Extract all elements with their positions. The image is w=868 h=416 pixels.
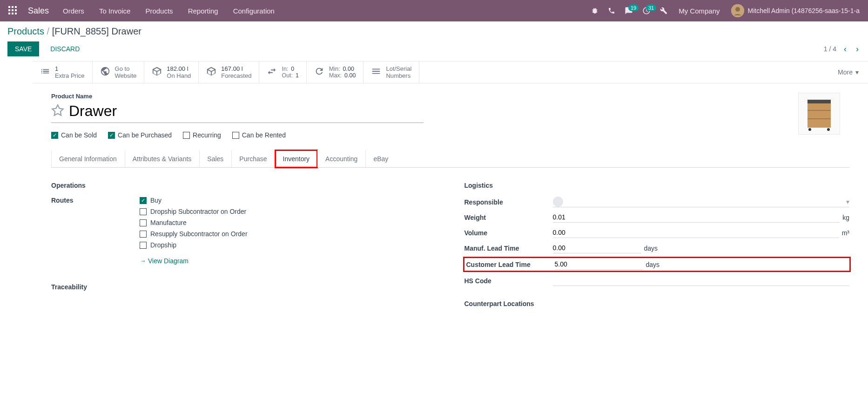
stat-website[interactable]: Go to Website: [93, 61, 145, 83]
can-be-purchased-checkbox[interactable]: ✓: [108, 132, 115, 139]
svg-rect-8: [15, 13, 17, 14]
cust-lead-input[interactable]: [555, 259, 643, 270]
app-name[interactable]: Sales: [21, 6, 55, 16]
user-avatar-icon: [731, 4, 744, 17]
max-label: Max:: [329, 72, 342, 79]
cust-lead-label: Customer Lead Time: [466, 261, 555, 268]
nav-orders[interactable]: Orders: [55, 7, 92, 15]
breadcrumb-root[interactable]: Products: [7, 26, 44, 36]
svg-point-16: [827, 128, 830, 131]
nav-to-invoice[interactable]: To Invoice: [92, 7, 138, 15]
caret-down-icon: ▾: [855, 68, 859, 76]
product-name-input[interactable]: [69, 102, 424, 123]
tab-purchase[interactable]: Purchase: [231, 150, 275, 167]
tab-accounting[interactable]: Accounting: [317, 150, 365, 167]
hs-code-label: HS Code: [464, 277, 553, 285]
dropdown-arrow-icon[interactable]: ▾: [846, 198, 849, 205]
discard-button[interactable]: DISCARD: [43, 41, 87, 56]
route-dropship-label: Dropship: [150, 241, 176, 249]
view-diagram-label: View Diagram: [148, 257, 188, 265]
user-name: Mitchell Admin (14876256-saas-15-1-a: [748, 7, 860, 14]
tabs: General Information Attributes & Variant…: [51, 150, 849, 168]
stat-lot-serial[interactable]: Lot/Serial Numbers: [363, 61, 419, 83]
save-button[interactable]: SAVE: [7, 41, 39, 56]
refresh-icon: [314, 66, 324, 79]
pager-next-icon[interactable]: ›: [854, 44, 861, 54]
route-dropship-sub-label: Dropship Subcontractor on Order: [150, 208, 246, 215]
weight-input[interactable]: [553, 212, 840, 223]
nav-products[interactable]: Products: [138, 7, 180, 15]
user-menu[interactable]: Mitchell Admin (14876256-saas-15-1-a: [727, 4, 864, 17]
weight-unit: kg: [842, 214, 849, 221]
recurring-checkbox[interactable]: [183, 132, 190, 139]
responsible-input[interactable]: [566, 197, 844, 207]
can-be-purchased-label: Can be Purchased: [118, 131, 172, 139]
favorite-star-icon[interactable]: [51, 104, 64, 120]
stat-transfers[interactable]: In:0 Out:1: [259, 61, 307, 83]
nav-reporting[interactable]: Reporting: [181, 7, 226, 15]
pager-prev-icon[interactable]: ‹: [842, 44, 848, 54]
volume-input[interactable]: [553, 227, 839, 238]
on-hand-label: On Hand: [167, 72, 191, 79]
forecasted-label: Forecasted: [221, 72, 251, 79]
apps-menu-icon[interactable]: [4, 6, 21, 16]
can-be-rented-checkbox[interactable]: [232, 132, 239, 139]
hs-code-input[interactable]: [553, 275, 850, 286]
arrow-right-icon: →: [140, 257, 146, 265]
route-resupply-sub-checkbox[interactable]: [140, 231, 147, 238]
traceability-title: Traceability: [51, 283, 437, 291]
messages-badge: 19: [628, 5, 639, 11]
operations-title: Operations: [51, 182, 437, 189]
company-selector[interactable]: My Company: [672, 7, 726, 15]
weight-label: Weight: [464, 214, 553, 221]
stat-buttons-row: 1 Extra Price Go to Website 182.00 l On …: [33, 61, 868, 83]
tab-inventory[interactable]: Inventory: [275, 150, 318, 168]
svg-rect-4: [12, 9, 13, 11]
tools-icon[interactable]: [655, 7, 672, 14]
stat-forecasted[interactable]: 167.00 l Forecasted: [199, 61, 259, 83]
stat-reorder[interactable]: Min:0.00 Max:0.00: [307, 61, 363, 83]
on-hand-number: 182.00 l: [167, 65, 191, 72]
tab-general-information[interactable]: General Information: [51, 150, 125, 167]
stat-extra-price[interactable]: 1 Extra Price: [33, 61, 93, 83]
transfer-icon: [267, 66, 277, 79]
globe-icon: [100, 66, 110, 79]
volume-label: Volume: [464, 229, 553, 237]
messages-icon[interactable]: 19: [620, 7, 638, 15]
route-manufacture-checkbox[interactable]: [140, 219, 147, 226]
recurring-label: Recurring: [193, 131, 221, 139]
view-diagram-link[interactable]: → View Diagram: [140, 257, 248, 265]
can-be-sold-label: Can be Sold: [61, 131, 97, 139]
logistics-section: Logistics Responsible ▾ Weight kg Volume: [464, 182, 850, 315]
stat-more-button[interactable]: More ▾: [828, 61, 868, 83]
route-dropship-sub-checkbox[interactable]: [140, 208, 147, 215]
can-be-rented-label: Can be Rented: [242, 131, 286, 139]
nav-configuration[interactable]: Configuration: [226, 7, 282, 15]
boxes-icon: [152, 66, 162, 79]
tab-attributes-variants[interactable]: Attributes & Variants: [125, 150, 200, 167]
responsible-label: Responsible: [464, 198, 553, 206]
phone-icon[interactable]: [603, 7, 620, 14]
product-name-label: Product Name: [51, 93, 789, 100]
pager: 1 / 4 ‹ ›: [824, 44, 861, 54]
svg-rect-5: [15, 9, 17, 11]
pager-count: 1 / 4: [824, 45, 836, 53]
product-image[interactable]: [798, 93, 840, 135]
tab-sales[interactable]: Sales: [199, 150, 231, 167]
stat-on-hand[interactable]: 182.00 l On Hand: [144, 61, 199, 83]
website-label2: Website: [115, 72, 137, 79]
svg-rect-2: [15, 6, 17, 8]
extra-price-label: Extra Price: [55, 72, 85, 79]
manuf-lead-label: Manuf. Lead Time: [464, 245, 553, 252]
tab-ebay[interactable]: eBay: [365, 150, 396, 167]
route-buy-checkbox[interactable]: ✓: [140, 197, 147, 204]
activities-icon[interactable]: 31: [638, 7, 655, 15]
breadcrumb-sep: /: [47, 26, 52, 36]
cust-lead-unit: days: [646, 261, 660, 268]
route-dropship-checkbox[interactable]: [140, 242, 147, 249]
can-be-sold-checkbox[interactable]: ✓: [51, 132, 58, 139]
route-manufacture-label: Manufacture: [150, 219, 187, 226]
manuf-lead-input[interactable]: [553, 243, 641, 253]
bug-icon[interactable]: [586, 7, 603, 14]
boxes-icon: [206, 66, 216, 79]
